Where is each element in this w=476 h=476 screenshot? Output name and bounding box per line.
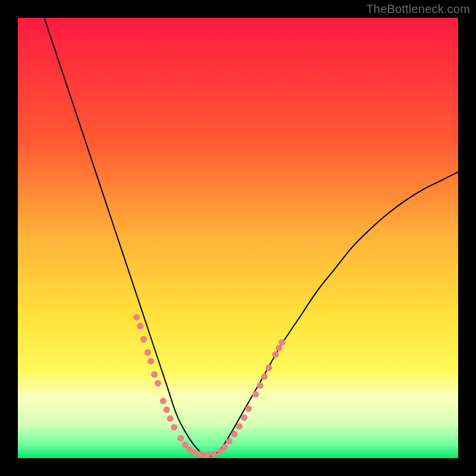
highlight-dot bbox=[275, 345, 282, 352]
highlight-dot bbox=[245, 406, 252, 412]
highlight-dot bbox=[226, 438, 233, 444]
plot-background bbox=[18, 18, 458, 458]
watermark-text: TheBottleneck.com bbox=[366, 2, 470, 16]
highlight-dot bbox=[272, 352, 278, 358]
highlight-dot bbox=[231, 431, 238, 437]
highlight-dot bbox=[155, 380, 161, 387]
highlight-dot bbox=[252, 391, 259, 397]
highlight-dot bbox=[145, 349, 151, 356]
highlight-dot bbox=[164, 406, 170, 413]
highlight-dot bbox=[265, 365, 272, 371]
highlight-dot bbox=[198, 451, 204, 458]
highlight-dot bbox=[211, 451, 217, 458]
highlight-dot bbox=[167, 415, 174, 422]
highlight-dot bbox=[204, 452, 211, 458]
highlight-dot bbox=[257, 382, 264, 389]
highlight-dot bbox=[133, 314, 140, 321]
highlight-dot bbox=[160, 397, 167, 404]
highlight-dot bbox=[140, 336, 147, 343]
highlight-dot bbox=[148, 358, 154, 365]
highlight-dot bbox=[236, 423, 243, 430]
chart-container: TheBottleneck.com bbox=[0, 0, 476, 476]
highlight-dot bbox=[137, 323, 143, 330]
highlight-dot bbox=[221, 444, 228, 450]
highlight-dot bbox=[279, 339, 286, 346]
highlight-dot bbox=[177, 435, 184, 441]
bottleneck-chart bbox=[0, 0, 476, 476]
highlight-dot bbox=[171, 424, 177, 431]
highlight-dot bbox=[261, 374, 268, 380]
highlight-dot bbox=[151, 371, 158, 378]
highlight-dot bbox=[191, 449, 198, 456]
highlight-dot bbox=[241, 414, 248, 421]
